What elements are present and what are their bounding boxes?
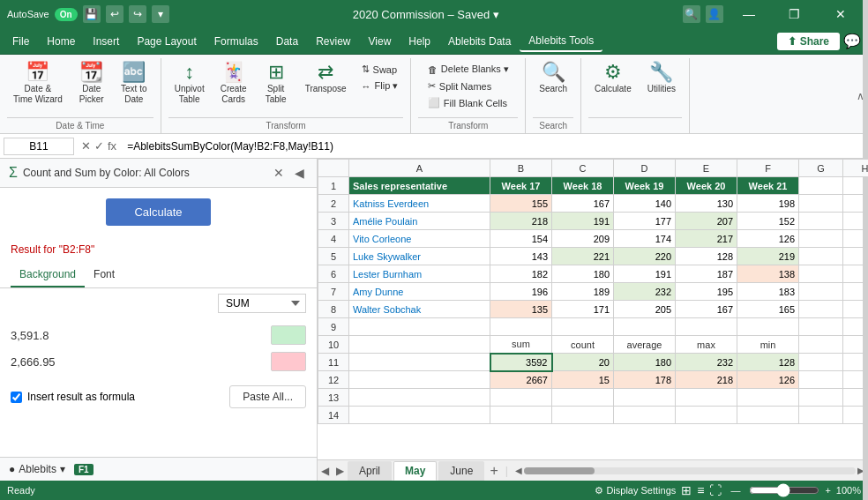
menu-insert[interactable]: Insert [84,32,128,51]
col-header-e[interactable]: E [676,160,737,177]
cell-g1[interactable] [799,177,843,195]
delete-blanks-button[interactable]: 🗑 Delete Blanks ▾ [423,62,514,77]
col-header-h[interactable]: H [843,160,869,177]
sheet-nav-next-button[interactable]: ▶ [333,465,348,477]
cell-g5[interactable] [799,248,843,265]
cell-f14[interactable] [737,407,799,424]
cell-b13[interactable] [490,389,552,407]
cell-e8[interactable]: 167 [676,301,737,318]
panel-close-button[interactable]: ✕ [270,164,288,182]
menu-file[interactable]: File [4,32,38,51]
comment-icon[interactable]: 💬 [840,33,864,49]
cell-b3[interactable]: 218 [490,213,552,230]
cell-a1[interactable]: Sales representative [349,177,490,195]
sum-dropdown[interactable]: SUM COUNT AVERAGE MAX MIN [218,294,306,313]
cell-d2[interactable]: 140 [614,195,676,213]
split-names-button[interactable]: ✂ Split Names [423,78,514,93]
cell-e2[interactable]: 130 [676,195,737,213]
cell-b12[interactable]: 2667 [490,371,552,389]
cell-d10[interactable]: average [614,336,676,354]
cell-b4[interactable]: 154 [490,230,552,248]
restore-button[interactable]: ❐ [774,0,815,28]
menu-data[interactable]: Data [267,32,307,51]
confirm-formula-icon[interactable]: ✓ [94,139,104,153]
cell-g11[interactable] [799,354,843,371]
cell-b6[interactable]: 182 [490,265,552,283]
more-icon[interactable]: ▾ [152,5,169,23]
col-header-g[interactable]: G [799,160,843,177]
col-header-a[interactable]: A [349,160,490,177]
cell-e9[interactable] [676,318,737,336]
unpivot-table-button[interactable]: ↕ UnpivotTable [168,58,211,109]
date-picker-button[interactable]: 📆 DatePicker [72,58,111,109]
normal-view-icon[interactable]: ⊞ [681,483,692,497]
menu-ablebits-data[interactable]: Ablebits Data [439,32,520,51]
user-icon[interactable]: 👤 [706,5,723,23]
transpose-button[interactable]: ⇄ Transpose [299,58,353,99]
sheet-nav-prev-button[interactable]: ◀ [318,465,333,477]
cell-b1[interactable]: Week 17 [490,177,552,195]
menu-ablebits-tools[interactable]: Ablebits Tools [520,31,602,52]
cell-f5[interactable]: 219 [737,248,799,265]
cell-d1[interactable]: Week 19 [614,177,676,195]
cell-reference-input[interactable] [4,138,74,155]
cell-f6[interactable]: 138 [737,265,799,283]
share-button[interactable]: ⬆ Share [777,33,840,50]
cell-c6[interactable]: 180 [552,265,614,283]
text-to-date-button[interactable]: 🔤 Text toDate [115,58,153,109]
cell-c2[interactable]: 167 [552,195,614,213]
menu-home[interactable]: Home [38,32,84,51]
cell-a12[interactable] [349,371,490,389]
cell-e10[interactable]: max [676,336,737,354]
horizontal-scrollbar[interactable]: ◀ ▶ [512,466,868,475]
cell-c13[interactable] [552,389,614,407]
create-cards-button[interactable]: 🃏 CreateCards [214,58,253,109]
cell-a5[interactable]: Luke Skywalker [349,248,490,265]
cell-f8[interactable]: 165 [737,301,799,318]
formula-input[interactable] [123,140,864,153]
col-header-f[interactable]: F [737,160,799,177]
display-settings-label[interactable]: ⚙ Display Settings [595,485,676,496]
cell-a6[interactable]: Lester Burnham [349,265,490,283]
menu-formulas[interactable]: Formulas [206,32,267,51]
cell-a8[interactable]: Walter Sobchak [349,301,490,318]
zoom-slider[interactable] [749,483,819,497]
panel-pin-button[interactable]: ◀ [291,164,308,182]
scrollbar-thumb[interactable] [524,467,595,474]
cell-c7[interactable]: 189 [552,283,614,301]
autosave-toggle[interactable]: On [55,8,78,21]
cell-d9[interactable] [614,318,676,336]
insert-formula-checkbox[interactable] [11,392,22,403]
cell-b14[interactable] [490,407,552,424]
cell-g7[interactable] [799,283,843,301]
cell-d14[interactable] [614,407,676,424]
cell-a4[interactable]: Vito Corleone [349,230,490,248]
cell-g4[interactable] [799,230,843,248]
cell-g2[interactable] [799,195,843,213]
cell-c5[interactable]: 221 [552,248,614,265]
f1-badge[interactable]: F1 [74,464,94,475]
cell-f1[interactable]: Week 21 [737,177,799,195]
sheet-tab-june[interactable]: June [438,461,484,481]
calculate-panel-button[interactable]: Calculate [106,198,210,226]
calculate-ribbon-button[interactable]: ⚙ Calculate [588,58,638,99]
menu-review[interactable]: Review [307,32,359,51]
cell-f3[interactable]: 152 [737,213,799,230]
add-sheet-button[interactable]: + [486,463,501,479]
sheet-tab-may[interactable]: May [393,461,437,481]
cell-b11[interactable]: 3592 [490,354,552,371]
cell-c8[interactable]: 171 [552,301,614,318]
cell-a3[interactable]: Amélie Poulain [349,213,490,230]
swap-button[interactable]: ⇅ Swap [356,62,404,77]
ablebits-brand[interactable]: ● Ablebits ▾ F1 [9,463,94,475]
cell-a10[interactable] [349,336,490,354]
scrollbar-track[interactable] [524,467,856,474]
cell-f4[interactable]: 126 [737,230,799,248]
cell-g6[interactable] [799,265,843,283]
minimize-button[interactable]: — [729,0,769,28]
cell-d4[interactable]: 174 [614,230,676,248]
cell-f12[interactable]: 126 [737,371,799,389]
cell-a7[interactable]: Amy Dunne [349,283,490,301]
cell-c3[interactable]: 191 [552,213,614,230]
cell-f7[interactable]: 183 [737,283,799,301]
